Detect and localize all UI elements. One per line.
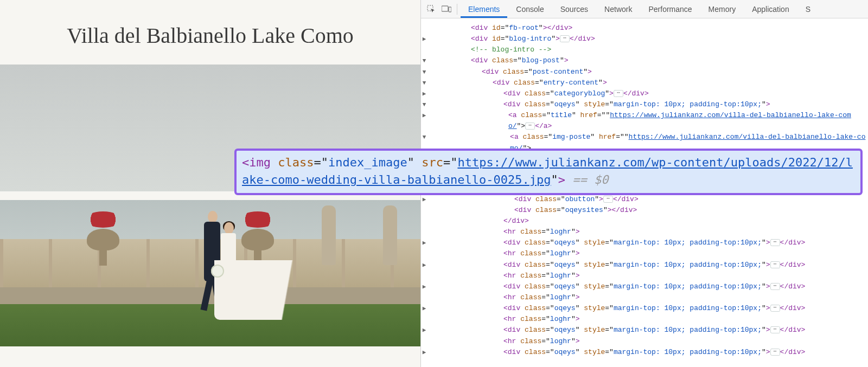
dom-row[interactable]: ▶<div class="oqeys" style="margin-top: 1…: [421, 347, 868, 358]
ellipsis-icon[interactable]: ⋯: [614, 90, 623, 97]
svg-rect-1: [442, 6, 448, 11]
dom-row[interactable]: <hr class="loghr">: [421, 248, 868, 259]
page-title: Villa del Balbianello Lake Como: [0, 23, 420, 48]
ellipsis-icon[interactable]: ⋯: [525, 123, 535, 130]
dom-row[interactable]: ▶<div class="oqeys" style="margin-top: 1…: [421, 325, 868, 336]
ellipsis-icon[interactable]: ⋯: [560, 35, 570, 42]
dom-row[interactable]: <div class="oqeysites"></div>: [421, 205, 868, 216]
dom-row[interactable]: ▶<div id="blog-intro">⋯</div>: [421, 34, 868, 44]
tab-memory[interactable]: Memory: [701, 1, 744, 17]
dom-row[interactable]: <hr class="loghr">: [421, 271, 868, 281]
dom-row[interactable]: ▶<div class="obutton">⋯</div>: [421, 194, 868, 205]
dom-row[interactable]: ▶<div class="oqeys" style="margin-top: 1…: [421, 303, 868, 314]
device-toolbar-icon[interactable]: [439, 2, 454, 16]
dom-row[interactable]: ▼<div class="oqeys" style="margin-top: 1…: [421, 99, 868, 110]
selected-dom-node[interactable]: <img class="index_image" src="https://ww…: [234, 149, 863, 195]
dom-row[interactable]: <hr class="loghr">: [421, 227, 868, 237]
dom-row[interactable]: ▼<div class="entry-content">: [421, 78, 868, 88]
tab-performance[interactable]: Performance: [641, 1, 699, 17]
tabbar-separator: [457, 4, 457, 15]
tab-application[interactable]: Application: [744, 1, 797, 17]
tab-more[interactable]: S: [798, 1, 818, 17]
ellipsis-icon[interactable]: ⋯: [603, 196, 613, 203]
tab-elements[interactable]: Elements: [461, 1, 507, 18]
dom-row[interactable]: ▼<div class="post-content">: [421, 67, 868, 78]
tab-network[interactable]: Network: [597, 1, 640, 17]
dom-row[interactable]: ▶<div class="oqeys" style="margin-top: 1…: [421, 237, 868, 248]
dom-row[interactable]: </div>: [421, 216, 868, 227]
dom-row[interactable]: <hr class="loghr">: [421, 292, 868, 303]
ellipsis-icon[interactable]: ⋯: [770, 305, 780, 312]
dom-row[interactable]: ▶<a class="title" href=""https://www.jul…: [421, 110, 868, 132]
dollar-zero-indicator: == $0: [565, 173, 608, 186]
dom-row[interactable]: <hr class="loghr">: [421, 314, 868, 325]
hero-photo: [0, 65, 420, 346]
dom-row[interactable]: ▶<div class="oqeys" style="margin-top: 1…: [421, 281, 868, 292]
ellipsis-icon[interactable]: ⋯: [770, 283, 780, 290]
ellipsis-icon[interactable]: ⋯: [770, 261, 780, 268]
dom-row[interactable]: <!-- blog-intro -->: [421, 44, 868, 55]
tab-console[interactable]: Console: [508, 1, 551, 17]
inspect-icon[interactable]: [424, 2, 438, 16]
ellipsis-icon[interactable]: ⋯: [770, 349, 780, 356]
svg-rect-2: [449, 7, 451, 12]
dom-row[interactable]: <hr class="loghr">: [421, 336, 868, 347]
ellipsis-icon[interactable]: ⋯: [770, 326, 780, 333]
tab-sources[interactable]: Sources: [553, 1, 596, 17]
dom-row[interactable]: ▶<div class="oqeys" style="margin-top: 1…: [421, 260, 868, 271]
dom-row[interactable]: ▶<div class="categoryblog">⋯</div>: [421, 88, 868, 99]
devtools-tabbar: Elements Console Sources Network Perform…: [421, 0, 868, 18]
dom-row[interactable]: <div id="fb-root"></div>: [421, 23, 868, 34]
ellipsis-icon[interactable]: ⋯: [770, 239, 780, 246]
dom-row[interactable]: ▼<div class="blog-post">: [421, 55, 868, 66]
